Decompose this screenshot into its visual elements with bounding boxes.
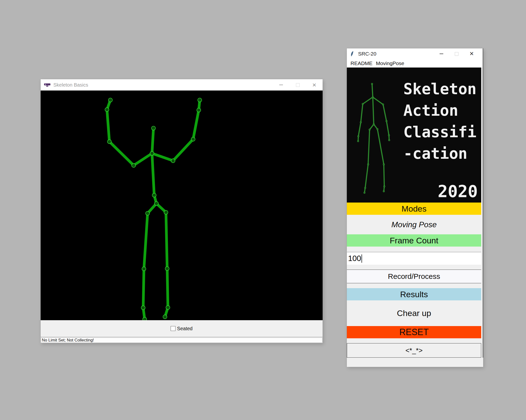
skeleton-basics-window: Skeleton Basics ✕ Seated No Limit Set; N… bbox=[41, 79, 323, 343]
app-header-banner: SkeletonActionClassifi-cation 2020 bbox=[347, 68, 481, 203]
status-bar: No Limit Set; Not Collecting! bbox=[41, 337, 323, 343]
close-button[interactable]: ✕ bbox=[306, 79, 323, 91]
maximize-button[interactable] bbox=[449, 48, 464, 59]
modes-header-bar: Modes bbox=[347, 203, 481, 215]
spacer bbox=[347, 283, 483, 288]
maximize-icon bbox=[296, 83, 300, 87]
minimize-button[interactable] bbox=[273, 79, 289, 91]
skeleton-window-title: Skeleton Basics bbox=[53, 82, 88, 88]
seated-checkbox[interactable] bbox=[171, 326, 175, 331]
maximize-icon bbox=[455, 52, 458, 56]
src20-window: SRC-20 ✕ README MovingPose SkeletonActio… bbox=[347, 48, 483, 367]
frame-count-label: Frame Count bbox=[390, 236, 438, 245]
face-button[interactable]: <*_*> bbox=[347, 343, 481, 358]
record-process-label: Record/Process bbox=[388, 272, 440, 281]
modes-label: Modes bbox=[401, 204, 426, 214]
frame-count-header-bar: Frame Count bbox=[347, 234, 481, 247]
close-icon: ✕ bbox=[469, 51, 474, 57]
src20-titlebar[interactable]: SRC-20 ✕ bbox=[347, 48, 483, 59]
spacer bbox=[347, 338, 483, 343]
footer-strip bbox=[347, 358, 483, 367]
src20-menubar: README MovingPose bbox=[347, 59, 483, 68]
face-button-label: <*_*> bbox=[405, 347, 422, 354]
close-icon: ✕ bbox=[312, 82, 316, 88]
seated-panel: Seated bbox=[41, 320, 323, 337]
menu-item-movingpose[interactable]: MovingPose bbox=[374, 60, 406, 66]
current-mode-value: Moving Pose bbox=[391, 220, 437, 229]
frame-count-value: 100 bbox=[348, 254, 361, 263]
minimize-icon bbox=[440, 54, 443, 54]
record-process-button[interactable]: Record/Process bbox=[347, 270, 481, 283]
kinect-icon bbox=[44, 83, 50, 87]
close-button[interactable]: ✕ bbox=[464, 48, 479, 59]
tracked-skeleton-figure bbox=[41, 91, 323, 320]
result-value: Chear up bbox=[397, 308, 431, 318]
spacer bbox=[347, 265, 483, 270]
spacer bbox=[347, 247, 483, 252]
results-label: Results bbox=[400, 290, 428, 299]
src20-window-controls: ✕ bbox=[434, 48, 479, 59]
minimize-icon bbox=[279, 85, 283, 85]
reset-button[interactable]: RESET bbox=[347, 326, 481, 338]
seated-checkbox-label: Seated bbox=[177, 326, 192, 331]
reset-label: RESET bbox=[399, 327, 429, 337]
skeleton-window-titlebar[interactable]: Skeleton Basics ✕ bbox=[41, 79, 323, 91]
skeleton-canvas bbox=[41, 91, 323, 320]
app-year-text: 2020 bbox=[438, 182, 478, 201]
maximize-button[interactable] bbox=[289, 79, 306, 91]
current-mode-row: Moving Pose bbox=[347, 215, 481, 234]
results-header-bar: Results bbox=[347, 288, 481, 300]
logo-skeleton-figure bbox=[351, 72, 403, 199]
menu-item-readme[interactable]: README bbox=[349, 60, 374, 66]
app-title-text: SkeletonActionClassifi-cation bbox=[403, 78, 477, 164]
skeleton-window-controls: ✕ bbox=[273, 79, 323, 91]
src20-title: SRC-20 bbox=[358, 51, 376, 57]
frame-count-input[interactable]: 100 bbox=[347, 252, 481, 265]
desktop: { "desktop": { "bg": "#b5b5b5" }, "icons… bbox=[0, 0, 526, 420]
python-icon bbox=[350, 51, 356, 57]
text-caret bbox=[362, 254, 362, 263]
status-text: No Limit Set; Not Collecting! bbox=[41, 338, 322, 343]
result-value-row: Chear up bbox=[347, 300, 481, 326]
minimize-button[interactable] bbox=[434, 48, 449, 59]
